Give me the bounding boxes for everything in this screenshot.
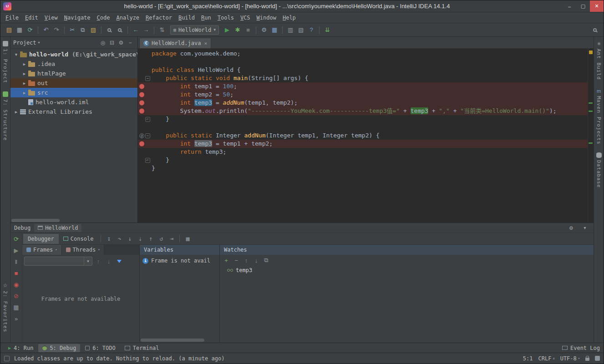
hide-panel-icon[interactable]: −	[126, 38, 135, 47]
step-into-icon[interactable]: ↓	[125, 234, 135, 243]
code-line[interactable]: package com.youmeek.demo;	[138, 50, 588, 58]
fold-icon[interactable]: ⌐	[145, 158, 150, 163]
tree-item-external-libraries[interactable]: ▶External Libraries	[10, 107, 137, 116]
clipboard-icon[interactable]: ▧	[296, 25, 306, 35]
more-icon[interactable]: »	[11, 314, 21, 323]
tree-item-out[interactable]: ▶out	[10, 78, 137, 88]
tab-threads[interactable]: Threads ▾	[62, 245, 105, 255]
code-line[interactable]: int temp3 = addNum(temp1, temp2);	[138, 99, 588, 107]
tool-window-button-6-todo[interactable]: 6: TODO	[81, 344, 120, 352]
undo-icon[interactable]: ↶	[41, 25, 51, 35]
tool-window-button-1-project[interactable]: 1: Project	[2, 41, 8, 83]
inspections-level-icon[interactable]	[595, 356, 600, 361]
caret-position[interactable]: 5:1	[523, 355, 533, 362]
encoding-select[interactable]: UTF-8 ▾	[560, 355, 580, 362]
tool-window-button-ant-build[interactable]: ✳Ant Build	[596, 41, 602, 80]
maximize-button[interactable]: ▢	[576, 0, 590, 12]
code-line[interactable]: int temp3 = temp1 + temp2;	[138, 140, 588, 148]
tool-window-button-5-debug[interactable]: 5: Debug	[38, 344, 80, 352]
event-log-button[interactable]: Event Log	[562, 345, 600, 351]
tree-item-src[interactable]: ▶src	[10, 88, 137, 97]
code-line[interactable]: System.out.println("-----------YouMeek.c…	[138, 107, 588, 115]
updates-icon[interactable]: ⇊	[322, 25, 332, 35]
duplicate-icon[interactable]: ⧉	[262, 256, 271, 265]
editor-tab-helloworld-java[interactable]: C HelloWorld.java ×	[139, 38, 211, 48]
replace-icon[interactable]	[115, 25, 125, 35]
evaluate-expression-icon[interactable]: ▦	[183, 234, 193, 243]
code-line[interactable]	[138, 123, 588, 131]
back-icon[interactable]: ←	[131, 25, 141, 35]
code-line[interactable]: }	[138, 164, 588, 172]
tree-arrow-icon[interactable]: ▶	[21, 81, 27, 86]
breakpoint-icon[interactable]	[139, 142, 144, 147]
tool-window-button-database[interactable]: Database	[596, 152, 602, 188]
view-breakpoints-icon[interactable]: ◉	[11, 280, 21, 288]
watch-item[interactable]: temp3	[220, 266, 594, 275]
move-down-icon[interactable]: ↓	[252, 256, 261, 265]
breakpoint-icon[interactable]	[139, 109, 144, 114]
redo-icon[interactable]: ↷	[51, 25, 61, 35]
open-folder-icon[interactable]: ▤	[4, 25, 14, 35]
code-line[interactable]: int temp2 = 50;	[138, 91, 588, 99]
stop-icon[interactable]: ■	[243, 25, 253, 35]
watches-pane-header[interactable]: Watches	[220, 245, 594, 255]
mute-breakpoints-icon[interactable]: ⊘	[11, 292, 21, 300]
hide-panel-icon[interactable]: ▾	[580, 223, 590, 233]
synchronize-icon[interactable]: ⟳	[25, 25, 35, 35]
move-up-icon[interactable]: ↑	[93, 257, 103, 266]
show-execution-point-icon[interactable]: ↧	[104, 234, 114, 243]
tree-arrow-icon[interactable]: ▼	[13, 52, 19, 57]
scrollbar-thumb[interactable]	[141, 339, 204, 342]
drop-frame-icon[interactable]: ↺	[156, 234, 166, 243]
fold-icon[interactable]: −	[145, 133, 150, 138]
cut-icon[interactable]: ✂	[67, 25, 77, 35]
thread-select[interactable]: ▼	[24, 257, 92, 266]
stop-icon[interactable]: ■	[11, 269, 21, 277]
menu-view[interactable]: View	[41, 13, 61, 22]
tool-window-button-4-run[interactable]: ▶4: Run	[4, 344, 37, 352]
coverage-icon[interactable]: ✱	[233, 25, 243, 35]
chevron-down-icon[interactable]: ▼	[84, 257, 92, 265]
tool-window-button-2-favorites[interactable]: ☆2: Favorites	[2, 283, 8, 332]
stripe-mark[interactable]	[589, 102, 593, 104]
menu-refactor[interactable]: Refactor	[142, 13, 175, 22]
tree-item-htmlpage[interactable]: ▶htmlPage	[10, 69, 137, 78]
tree-arrow-icon[interactable]: ▶	[21, 71, 27, 76]
code-line[interactable]: @− public static Integer addNum(Integer …	[138, 131, 588, 140]
resume-icon[interactable]: ▶	[11, 246, 21, 254]
paste-icon[interactable]: ▨	[88, 25, 98, 35]
line-separator-select[interactable]: CRLF ⇵	[538, 355, 555, 362]
fold-icon[interactable]: ⌐	[145, 117, 150, 122]
debug-session-tab[interactable]: HelloWorld	[34, 224, 81, 232]
settings-gear-icon[interactable]: ⚙	[566, 223, 576, 233]
tab-debugger[interactable]: Debugger	[23, 234, 59, 244]
tab-frames[interactable]: Frames ▾	[22, 245, 62, 255]
tree-arrow-icon[interactable]: ▶	[13, 110, 19, 114]
add-watch-icon[interactable]: +	[222, 256, 231, 265]
settings-gear-icon[interactable]: ⚙	[117, 38, 126, 47]
code-line[interactable]: return temp3;	[138, 148, 588, 156]
menu-code[interactable]: Code	[94, 13, 113, 22]
close-icon[interactable]: ×	[204, 40, 207, 46]
stripe-mark[interactable]	[589, 51, 593, 54]
menu-window[interactable]: Window	[254, 13, 279, 22]
code-line[interactable]: public class HelloWorld {	[138, 66, 588, 74]
run-to-cursor-icon[interactable]: ⇥	[167, 234, 177, 243]
code-line[interactable]: int temp1 = 100;	[138, 82, 588, 91]
code-line[interactable]	[138, 58, 588, 66]
force-step-into-icon[interactable]: ⇣	[135, 234, 145, 243]
code-line[interactable]: ⌐ }	[138, 156, 588, 164]
find-icon[interactable]	[104, 25, 114, 35]
code-line[interactable]: ⌐ }	[138, 115, 588, 123]
scrollbar-thumb[interactable]	[11, 219, 60, 222]
step-out-icon[interactable]: ↑	[146, 234, 156, 243]
thread-dump-icon[interactable]: ▦	[11, 303, 21, 311]
tree-item-idea[interactable]: ▶.idea	[10, 59, 137, 69]
menu-vcs[interactable]: VCS	[237, 13, 254, 22]
save-all-icon[interactable]: ▦	[15, 25, 25, 35]
menu-build[interactable]: Build	[175, 13, 198, 22]
stripe-mark[interactable]	[589, 142, 593, 144]
tool-window-button-terminal[interactable]: Terminal	[121, 344, 163, 352]
error-stripe[interactable]	[588, 49, 594, 222]
breakpoint-icon[interactable]	[139, 101, 144, 106]
